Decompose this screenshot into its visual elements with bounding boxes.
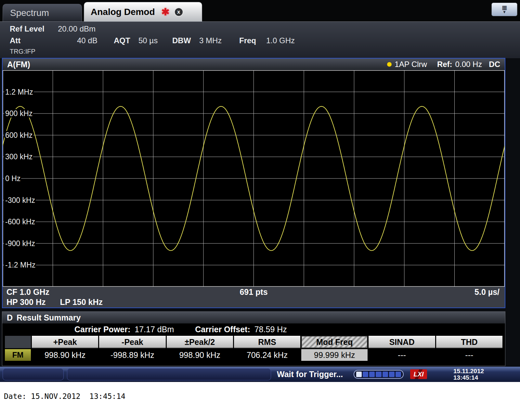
y-axis-tick-label: 1.2 MHz xyxy=(5,88,33,96)
result-value-peak-2: 998.90 kHz xyxy=(167,349,233,361)
fm-demod-window: A(FM) 1AP Clrw Ref: 0.00 Hz DC 1.2 MHz90… xyxy=(2,58,505,308)
progress-block xyxy=(376,372,381,377)
display-menu-button[interactable]: ▦ ▼ xyxy=(491,3,517,16)
progress-block xyxy=(383,372,388,377)
fm-demod-chart: 1.2 MHz900 kHz600 kHz300 kHz0 Hz-300 kHz… xyxy=(3,70,505,287)
column-header-peak[interactable]: +Peak xyxy=(32,336,98,348)
status-date: 15.11.2012 xyxy=(453,368,484,374)
carrier-info-line: Carrier Power: 17.17 dBm Carrier Offset:… xyxy=(2,324,505,335)
trace-label: 1AP Clrw xyxy=(395,60,427,69)
column-header-peak-2[interactable]: ±Peak/2 xyxy=(167,336,233,348)
window-title: A(FM) xyxy=(7,60,30,69)
result-value-peak: 998.90 kHz xyxy=(32,349,98,361)
progress-block xyxy=(369,372,375,377)
window-titlebar: A(FM) 1AP Clrw Ref: 0.00 Hz DC xyxy=(3,59,505,70)
carrier-power-value: 17.17 dBm xyxy=(135,325,174,334)
ref-freq-value: 0.00 Hz xyxy=(455,60,482,69)
status-segment-middle[interactable] xyxy=(67,368,271,380)
lp-filter: LP 150 kHz xyxy=(60,297,103,307)
center-frequency: CF 1.0 GHz xyxy=(6,287,49,297)
column-header-mod-freq[interactable]: Mod Freq xyxy=(301,336,368,348)
trace-color-dot xyxy=(387,62,392,67)
coupling-indicator: DC xyxy=(489,60,500,69)
result-value-rms: 706.24 kHz xyxy=(234,349,300,361)
progress-block xyxy=(363,372,368,377)
aqt-label: AQT xyxy=(114,36,130,45)
y-axis-tick-label: -900 kHz xyxy=(5,239,35,248)
tab-analog-demod[interactable]: Analog Demod ✱ x xyxy=(84,2,202,21)
dbw-label: DBW xyxy=(172,36,191,45)
tab-spectrum-label: Spectrum xyxy=(10,8,49,18)
y-axis-tick-label: 600 kHz xyxy=(5,131,32,139)
trace-row-label[interactable]: FM xyxy=(5,349,31,361)
hp-filter: HP 300 Hz xyxy=(6,297,46,307)
carrier-offset-value: 78.59 Hz xyxy=(254,325,287,334)
freq-value[interactable]: 1.0 GHz xyxy=(266,36,295,45)
column-header-peak[interactable]: -Peak xyxy=(99,336,165,348)
screenshot-root: Spectrum Analog Demod ✱ x ▦ ▼ Ref Level … xyxy=(0,0,520,420)
carrier-power-label: Carrier Power: xyxy=(74,325,130,334)
trigger-progress-bar xyxy=(354,370,404,379)
result-value-mod-freq: 99.999 kHz xyxy=(301,349,368,361)
tab-bar: Spectrum Analog Demod ✱ x ▦ ▼ xyxy=(0,0,520,21)
window-letter: D xyxy=(7,313,13,322)
result-summary-table: +Peak-Peak±Peak/2RMSMod FreqSINADTHDFM99… xyxy=(5,336,502,361)
trace-legend: 1AP Clrw Ref: 0.00 Hz DC xyxy=(387,60,500,69)
att-label: Att xyxy=(10,36,20,45)
chevron-down-icon: ▼ xyxy=(502,10,506,14)
grid xyxy=(3,70,505,287)
ref-freq-label: Ref: xyxy=(437,60,452,69)
sweep-points: 691 pts xyxy=(240,287,267,297)
tab-analog-demod-label: Analog Demod xyxy=(91,7,155,17)
y-axis-tick-label: 900 kHz xyxy=(5,109,32,118)
aqt-value[interactable]: 50 µs xyxy=(138,36,158,45)
result-summary-window: D Result Summary Carrier Power: 17.17 dB… xyxy=(2,311,505,366)
result-value-thd: --- xyxy=(436,349,502,361)
carrier-offset-label: Carrier Offset: xyxy=(195,325,250,334)
table-corner-cell xyxy=(5,336,31,348)
close-tab-icon[interactable]: x xyxy=(174,7,183,17)
instrument-display: Spectrum Analog Demod ✱ x ▦ ▼ Ref Level … xyxy=(0,0,520,382)
y-axis-tick-label: 300 kHz xyxy=(5,152,32,161)
progress-block xyxy=(396,372,401,377)
window-footer: CF 1.0 GHz 691 pts 5.0 µs/ HP 300 Hz LP … xyxy=(3,287,505,308)
modified-star-icon: ✱ xyxy=(162,7,170,17)
result-summary-title: Result Summary xyxy=(17,313,81,322)
y-axis-tick-label: -300 kHz xyxy=(5,196,35,204)
ref-level-label: Ref Level xyxy=(10,24,45,33)
column-header-sinad[interactable]: SINAD xyxy=(369,336,435,348)
progress-block xyxy=(389,372,395,377)
lxi-icon[interactable]: LXI xyxy=(410,369,427,379)
status-time: 13:45:14 xyxy=(453,374,484,381)
result-summary-titlebar: D Result Summary xyxy=(2,312,505,323)
hardcopy-date-caption: Date: 15.NOV.2012 13:45:14 xyxy=(4,392,125,400)
y-axis-tick-label: -600 kHz xyxy=(5,217,35,226)
status-bar: Wait for Trigger... LXI 15.11.2012 13:45… xyxy=(0,367,520,382)
column-header-rms[interactable]: RMS xyxy=(234,336,300,348)
status-datetime: 15.11.2012 13:45:14 xyxy=(453,368,484,381)
column-header-thd[interactable]: THD xyxy=(436,336,502,348)
y-axis-tick-label: -1.2 MHz xyxy=(5,261,35,269)
freq-label: Freq xyxy=(239,36,256,45)
tab-spectrum[interactable]: Spectrum xyxy=(3,4,82,21)
progress-block xyxy=(356,372,362,377)
status-segment-left[interactable] xyxy=(3,368,64,380)
status-message: Wait for Trigger... xyxy=(277,370,343,379)
time-per-division: 5.0 µs/ xyxy=(474,287,500,297)
result-value-sinad: --- xyxy=(369,349,435,361)
result-value-peak: -998.89 kHz xyxy=(99,349,165,361)
dbw-value[interactable]: 3 MHz xyxy=(199,36,222,45)
att-value[interactable]: 40 dB xyxy=(77,36,98,45)
trace-plot-area[interactable]: 1.2 MHz900 kHz600 kHz300 kHz0 Hz-300 kHz… xyxy=(3,70,505,287)
ref-level-value[interactable]: 20.00 dBm xyxy=(58,24,96,33)
y-axis-tick-label: 0 Hz xyxy=(5,174,20,183)
trigger-status: TRG:IFP xyxy=(10,48,35,55)
measurement-settings-header: Ref Level 20.00 dBm Att 40 dB AQT 50 µs … xyxy=(0,21,520,58)
